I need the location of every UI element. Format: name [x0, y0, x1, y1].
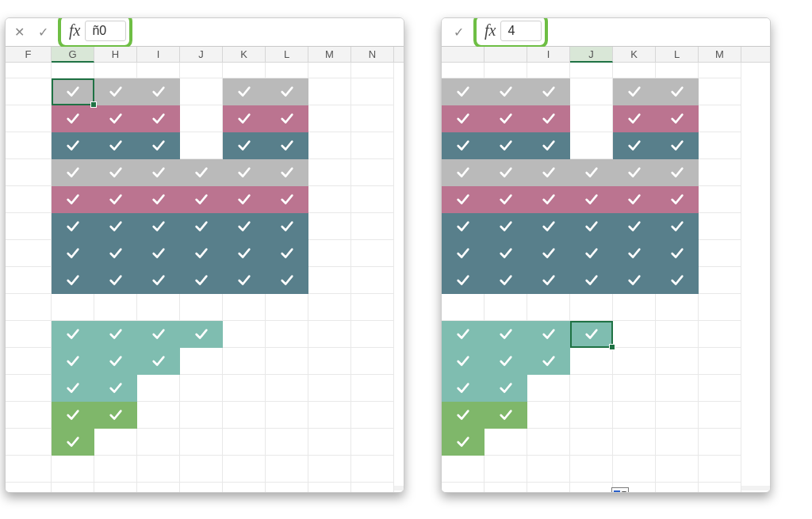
cell[interactable]	[308, 186, 351, 213]
cell[interactable]	[266, 267, 308, 294]
column-header[interactable]	[442, 47, 485, 62]
cell[interactable]	[570, 240, 613, 267]
cell[interactable]	[442, 78, 485, 105]
cell[interactable]	[180, 132, 223, 159]
cell[interactable]	[442, 267, 485, 294]
cell[interactable]	[6, 267, 52, 294]
cell[interactable]	[656, 105, 699, 132]
cell[interactable]	[613, 105, 656, 132]
cell[interactable]	[442, 321, 485, 348]
cell[interactable]	[613, 267, 656, 294]
cell[interactable]	[137, 267, 180, 294]
cell[interactable]	[6, 429, 52, 456]
cell[interactable]	[266, 321, 308, 348]
cell[interactable]	[223, 159, 266, 186]
cell[interactable]	[52, 294, 94, 321]
cell[interactable]	[570, 267, 613, 294]
cell[interactable]	[485, 240, 527, 267]
column-header[interactable]: M	[308, 47, 351, 62]
cell[interactable]	[527, 213, 570, 240]
cell[interactable]	[613, 63, 656, 78]
cell[interactable]	[6, 321, 52, 348]
cell[interactable]	[94, 267, 137, 294]
column-header[interactable]: M	[699, 47, 741, 62]
column-headers[interactable]: FGHIJKLMN	[6, 47, 404, 63]
cell[interactable]	[656, 78, 699, 105]
cell[interactable]	[137, 132, 180, 159]
cell[interactable]	[223, 267, 266, 294]
cell[interactable]	[94, 348, 137, 375]
cell[interactable]	[613, 78, 656, 105]
cell[interactable]	[570, 213, 613, 240]
cell[interactable]	[442, 348, 485, 375]
cell[interactable]	[570, 483, 613, 493]
cell[interactable]	[308, 267, 351, 294]
cell[interactable]	[699, 483, 741, 493]
cell[interactable]	[613, 186, 656, 213]
cell[interactable]	[180, 213, 223, 240]
cell[interactable]	[266, 63, 308, 78]
cell[interactable]	[656, 63, 699, 78]
cell[interactable]	[351, 456, 394, 483]
cell[interactable]	[52, 63, 94, 78]
cell[interactable]	[570, 321, 613, 348]
cell[interactable]	[485, 213, 527, 240]
formula-value[interactable]: 4	[500, 21, 542, 41]
cell[interactable]	[52, 483, 94, 493]
cell[interactable]	[94, 429, 137, 456]
cell[interactable]	[223, 63, 266, 78]
column-header[interactable]: L	[266, 47, 308, 62]
cell[interactable]	[308, 240, 351, 267]
cell[interactable]	[442, 63, 485, 78]
cell[interactable]	[52, 132, 94, 159]
cell[interactable]	[308, 321, 351, 348]
cell[interactable]	[527, 159, 570, 186]
cell[interactable]	[485, 267, 527, 294]
cell[interactable]	[570, 294, 613, 321]
cell[interactable]	[442, 213, 485, 240]
cell[interactable]	[656, 240, 699, 267]
cell[interactable]	[137, 429, 180, 456]
cell[interactable]	[699, 132, 741, 159]
cell[interactable]	[527, 348, 570, 375]
cell[interactable]	[266, 78, 308, 105]
cell[interactable]	[94, 213, 137, 240]
cell[interactable]	[699, 402, 741, 429]
cell[interactable]	[180, 402, 223, 429]
cell[interactable]	[351, 267, 394, 294]
cell[interactable]	[52, 105, 94, 132]
cell[interactable]	[351, 348, 394, 375]
cell[interactable]	[527, 402, 570, 429]
cell[interactable]	[266, 132, 308, 159]
cell[interactable]	[266, 402, 308, 429]
cell[interactable]	[699, 375, 741, 402]
cell[interactable]	[6, 78, 52, 105]
cell[interactable]	[223, 78, 266, 105]
cell[interactable]	[6, 456, 52, 483]
cell[interactable]	[137, 159, 180, 186]
cell[interactable]	[485, 402, 527, 429]
cell[interactable]	[613, 213, 656, 240]
column-header[interactable]: K	[223, 47, 266, 62]
cell[interactable]	[613, 132, 656, 159]
cell[interactable]	[266, 213, 308, 240]
cell[interactable]	[308, 78, 351, 105]
cell[interactable]	[570, 429, 613, 456]
cell[interactable]	[94, 402, 137, 429]
cell[interactable]	[52, 240, 94, 267]
cell[interactable]	[308, 429, 351, 456]
cell[interactable]	[699, 186, 741, 213]
cell[interactable]	[570, 132, 613, 159]
cell[interactable]	[6, 63, 52, 78]
cell[interactable]	[180, 375, 223, 402]
cell[interactable]	[180, 456, 223, 483]
cell[interactable]	[485, 483, 527, 493]
cell[interactable]	[570, 63, 613, 78]
cell[interactable]	[442, 159, 485, 186]
cell[interactable]	[613, 321, 656, 348]
cell[interactable]	[180, 429, 223, 456]
cell[interactable]	[656, 159, 699, 186]
cell[interactable]	[137, 483, 180, 493]
cell[interactable]	[266, 348, 308, 375]
cell[interactable]	[570, 402, 613, 429]
